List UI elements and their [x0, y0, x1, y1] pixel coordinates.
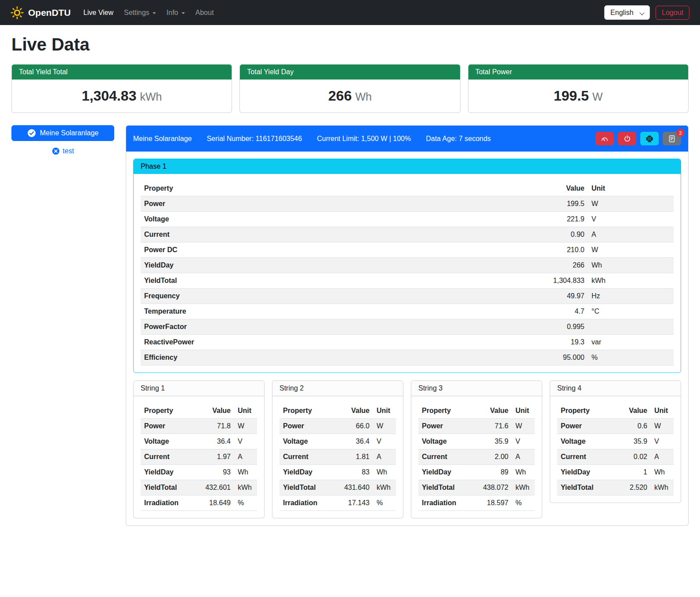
brand[interactable]: OpenDTU [11, 6, 71, 19]
property-cell: YieldDay [418, 465, 479, 480]
column-header-unit: Unit [512, 403, 535, 419]
value-cell: 83 [341, 465, 373, 480]
main-container: Live Data Total Yield Total 1,304.83kWh … [0, 25, 700, 537]
nav-live-view[interactable]: Live View [79, 5, 118, 20]
property-cell: YieldTotal [141, 480, 202, 496]
journal-icon [668, 135, 676, 143]
property-cell: Current [141, 449, 202, 465]
unit-cell: V [651, 434, 674, 449]
column-header-value: Value [341, 403, 373, 419]
property-cell: Voltage [418, 434, 479, 449]
table-header-row: Property Value Unit [418, 403, 535, 419]
unit-cell: A [588, 227, 674, 242]
power-button[interactable] [618, 132, 636, 145]
brand-label: OpenDTU [28, 7, 71, 18]
unit-cell: V [234, 434, 257, 449]
page-title: Live Data [11, 35, 689, 54]
summary-card-value: 1,304.83 [82, 88, 137, 104]
event-log-button[interactable]: 2 [663, 132, 681, 145]
value-cell: 199.5 [531, 196, 588, 212]
summary-card-value: 266 [328, 88, 352, 104]
value-cell: 221.9 [531, 212, 588, 227]
device-info-button[interactable] [640, 132, 659, 145]
column-header-value: Value [202, 403, 234, 419]
value-cell: 0.90 [531, 227, 588, 242]
table-row: Temperature 4.7 °C [141, 304, 674, 319]
value-cell: 432.601 [202, 480, 234, 496]
sidebar-item-test[interactable]: test [11, 147, 114, 155]
value-cell: 4.7 [531, 304, 588, 319]
property-cell: YieldDay [141, 465, 202, 480]
table-row: Voltage 36.4 V [141, 434, 257, 449]
table-row: YieldTotal 2.520 kWh [557, 480, 674, 496]
column-header-unit: Unit [588, 181, 674, 196]
value-cell: 19.3 [531, 335, 588, 350]
summary-card-body: 266Wh [240, 80, 460, 112]
nav-settings[interactable]: Settings [119, 5, 161, 20]
inverter-panel-body: Phase 1 Property Value Unit [126, 152, 688, 525]
table-row: Irradiation 18.649 % [141, 496, 257, 511]
property-cell: ReactivePower [141, 335, 531, 350]
string-table: Property Value Unit Power [418, 403, 535, 511]
sun-icon [11, 6, 24, 19]
inverter-panel: Meine Solaranlage Serial Number: 1161716… [126, 125, 689, 526]
column-header-value: Value [531, 181, 588, 196]
property-cell: YieldTotal [418, 480, 479, 496]
speedometer-icon [601, 135, 609, 143]
unit-cell: V [512, 434, 535, 449]
limit-settings-button[interactable] [595, 132, 614, 145]
inverter-panel-header: Meine Solaranlage Serial Number: 1161716… [126, 126, 688, 152]
table-row: YieldDay 1 Wh [557, 465, 674, 480]
table-row: YieldDay 89 Wh [418, 465, 535, 480]
unit-cell: kWh [651, 480, 674, 496]
table-row: PowerFactor 0.995 [141, 319, 674, 335]
logout-button[interactable]: Logout [656, 6, 689, 20]
property-cell: Efficiency [141, 350, 531, 365]
nav-info-label: Info [167, 9, 178, 17]
summary-card-title: Total Yield Day [240, 65, 460, 80]
unit-cell: A [651, 449, 674, 465]
value-cell: 71.8 [202, 419, 234, 434]
nav-info[interactable]: Info [162, 5, 190, 20]
table-header-row: Property Value Unit [279, 403, 396, 419]
unit-cell: W [373, 419, 396, 434]
property-cell: YieldDay [141, 258, 531, 273]
sidebar-item-label: test [63, 147, 74, 155]
column-header-unit: Unit [234, 403, 257, 419]
sidebar-item-meine-solaranlage[interactable]: Meine Solaranlage [11, 125, 114, 141]
property-cell: Irradiation [141, 496, 202, 511]
table-row: YieldTotal 438.072 kWh [418, 480, 535, 496]
string-card-title: String 4 [550, 381, 681, 396]
phase-body: Property Value Unit Power [134, 174, 681, 373]
unit-cell: % [373, 496, 396, 511]
value-cell: 17.143 [341, 496, 373, 511]
table-row: Irradiation 17.143 % [279, 496, 396, 511]
table-row: Current 1.81 A [279, 449, 396, 465]
property-cell: Temperature [141, 304, 531, 319]
table-row: Voltage 35.9 V [418, 434, 535, 449]
column-header-property: Property [557, 403, 618, 419]
property-cell: Current [418, 449, 479, 465]
unit-cell: V [588, 212, 674, 227]
unit-cell: % [512, 496, 535, 511]
property-cell: Power [279, 419, 341, 434]
value-cell: 0.995 [531, 319, 588, 335]
unit-cell: % [588, 350, 674, 365]
property-cell: Power [557, 419, 618, 434]
table-row: Irradiation 18.597 % [418, 496, 535, 511]
unit-cell: A [373, 449, 396, 465]
phase-title: Phase 1 [134, 159, 681, 174]
value-cell: 35.9 [479, 434, 512, 449]
summary-card: Total Yield Day 266Wh [239, 64, 460, 113]
column-header-property: Property [141, 181, 531, 196]
unit-cell: Wh [512, 465, 535, 480]
table-row: Current 0.90 A [141, 227, 674, 242]
value-cell: 49.97 [531, 289, 588, 304]
value-cell: 1,304.833 [531, 273, 588, 289]
table-row: Power 199.5 W [141, 196, 674, 212]
value-cell: 89 [479, 465, 512, 480]
unit-cell: W [588, 196, 674, 212]
unit-cell: A [512, 449, 535, 465]
language-select[interactable]: English [604, 5, 650, 20]
nav-about[interactable]: About [191, 5, 219, 20]
